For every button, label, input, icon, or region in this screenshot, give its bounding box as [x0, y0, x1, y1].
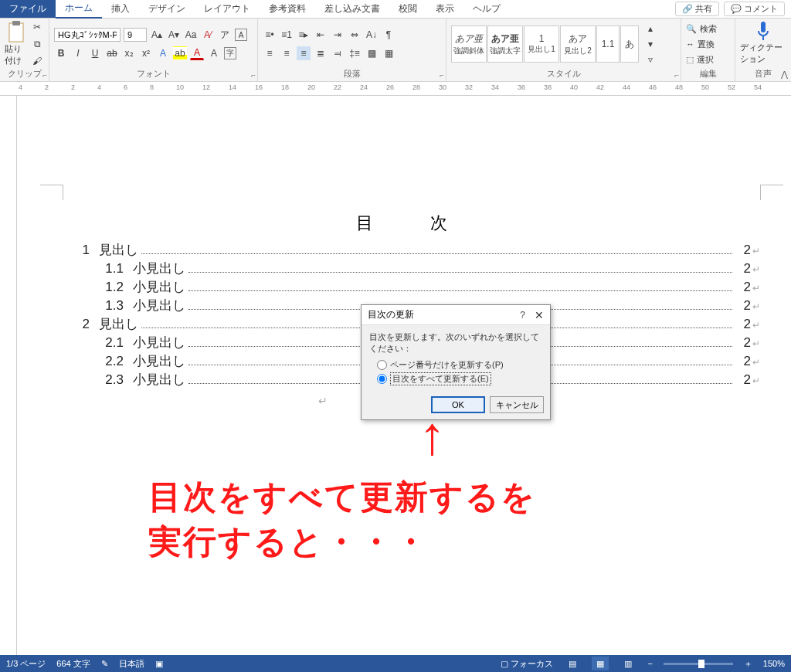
line-spacing-button[interactable]: ‡≡	[348, 46, 362, 60]
tab-review[interactable]: 校閲	[389, 0, 426, 18]
superscript-button[interactable]: x²	[139, 46, 153, 60]
status-language[interactable]: 日本語	[119, 658, 144, 670]
char-shading-button[interactable]: A	[207, 46, 221, 60]
shrink-font-button[interactable]: A▾	[167, 28, 181, 42]
style-heading1[interactable]: 1見出し1	[524, 25, 559, 63]
font-name-select[interactable]	[54, 28, 121, 42]
tab-file[interactable]: ファイル	[0, 0, 56, 18]
align-left-button[interactable]: ≡	[263, 46, 277, 60]
italic-button[interactable]: I	[71, 46, 85, 60]
indent-dec-button[interactable]: ⇤	[314, 28, 328, 42]
shading-button[interactable]: ▩	[365, 46, 379, 60]
dialog-help-icon[interactable]: ?	[520, 310, 525, 321]
text-effects-button[interactable]: A	[156, 46, 170, 60]
show-marks-button[interactable]: ¶	[382, 28, 396, 42]
borders-button[interactable]: ▦	[382, 46, 396, 60]
highlight-button[interactable]: ab	[173, 46, 187, 60]
font-size-select[interactable]	[124, 28, 147, 42]
cancel-button[interactable]: キャンセル	[490, 396, 544, 413]
tab-insert[interactable]: 挿入	[102, 0, 139, 18]
toc-entry[interactable]: 1.2小見出し2↵	[63, 278, 760, 296]
view-print-icon[interactable]: ▦	[592, 657, 609, 670]
zoom-slider[interactable]	[664, 663, 733, 665]
document-canvas[interactable]: 目 次 1見出し2↵1.1小見出し2↵1.2小見出し2↵1.3小見出し2↵2見出…	[17, 96, 791, 657]
status-words[interactable]: 664 文字	[56, 658, 90, 670]
sort-button[interactable]: A↓	[365, 28, 379, 42]
style-emphasis-bold[interactable]: あア亜強調太字	[487, 25, 523, 63]
phonetic-button[interactable]: ア	[218, 28, 232, 42]
opt-page-numbers[interactable]: ページ番号だけを更新する(P)	[377, 359, 542, 371]
clear-format-button[interactable]: A⁄	[201, 28, 215, 42]
view-web-icon[interactable]: ▥	[620, 657, 637, 670]
comment-button[interactable]: 💬 コメント	[724, 2, 785, 16]
dictation-button[interactable]: ディクテーション	[740, 20, 786, 65]
tab-design[interactable]: デザイン	[139, 0, 195, 18]
align-right-button[interactable]: ≡	[297, 46, 311, 60]
paragraph-launcher-icon[interactable]: ⌐	[440, 71, 444, 80]
char-border-button[interactable]: 字	[224, 47, 236, 59]
copy-button[interactable]: ⧉	[30, 37, 44, 51]
tab-home[interactable]: ホーム	[56, 0, 102, 19]
dialog-close-icon[interactable]: ✕	[535, 309, 544, 321]
status-accessibility-icon[interactable]: ▣	[155, 659, 163, 669]
tab-references[interactable]: 参考資料	[260, 0, 315, 18]
find-button[interactable]: 🔍検索	[686, 22, 717, 36]
select-button[interactable]: ⬚選択	[686, 53, 714, 66]
styles-launcher-icon[interactable]: ⌐	[674, 71, 679, 80]
bold-button[interactable]: B	[54, 46, 68, 60]
style-more[interactable]: あ	[620, 25, 639, 63]
replace-button[interactable]: ↔置換	[686, 37, 715, 51]
status-spellcheck-icon[interactable]: ✎	[101, 659, 108, 669]
font-launcher-icon[interactable]: ⌐	[251, 71, 256, 80]
style-heading1-num[interactable]: 1.1	[596, 25, 620, 63]
underline-button[interactable]: U	[88, 46, 102, 60]
align-dist-h-button[interactable]: ⇔	[348, 28, 362, 42]
tab-layout[interactable]: レイアウト	[195, 0, 260, 18]
ruler-vertical[interactable]	[0, 96, 17, 657]
style-emphasis-italic[interactable]: あア亜強調斜体	[451, 25, 487, 63]
radio-entire-toc[interactable]	[377, 374, 387, 384]
grow-font-button[interactable]: A▴	[150, 28, 164, 42]
zoom-level[interactable]: 150%	[763, 659, 785, 668]
align-center-button[interactable]: ≡	[280, 46, 294, 60]
workspace: 目 次 1見出し2↵1.1小見出し2↵1.2小見出し2↵1.3小見出し2↵2見出…	[0, 96, 791, 657]
clipboard-launcher-icon[interactable]: ⌐	[42, 71, 47, 80]
tab-view[interactable]: 表示	[426, 0, 463, 18]
toc-entry[interactable]: 1.1小見出し2↵	[63, 260, 760, 277]
tab-mailings[interactable]: 差し込み文書	[315, 0, 389, 18]
status-page[interactable]: 1/3 ページ	[6, 658, 46, 670]
subscript-button[interactable]: x₂	[122, 46, 136, 60]
cut-button[interactable]: ✂	[30, 20, 44, 34]
toc-entry[interactable]: 1見出し2↵	[63, 241, 760, 259]
tab-help[interactable]: ヘルプ	[463, 0, 510, 18]
bullets-button[interactable]: ≡•	[263, 28, 277, 42]
styles-scroll-up[interactable]: ▴	[643, 22, 657, 36]
styles-expand[interactable]: ▿	[643, 53, 657, 66]
multilevel-button[interactable]: ≡▸	[297, 28, 311, 42]
change-case-button[interactable]: Aa	[184, 28, 198, 42]
distribute-button[interactable]: ⫤	[331, 46, 345, 60]
status-focus[interactable]: ▢ フォーカス	[501, 658, 553, 670]
format-painter-button[interactable]: 🖌	[30, 54, 44, 68]
update-toc-dialog: 目次の更新 ? ✕ 目次を更新します。次のいずれかを選択してください： ページ番…	[361, 304, 551, 420]
indent-inc-button[interactable]: ⇥	[331, 28, 345, 42]
enclose-char-button[interactable]: A	[235, 29, 247, 41]
styles-gallery[interactable]: あア亜強調斜体 あア亜強調太字 1見出し1 あア見出し2 1.1 あ	[451, 25, 639, 63]
styles-scroll-down[interactable]: ▾	[643, 37, 657, 51]
view-read-icon[interactable]: ▤	[564, 657, 581, 670]
share-button[interactable]: 🔗 共有	[675, 2, 719, 16]
paste-button[interactable]: 貼り付け	[5, 20, 27, 66]
group-clipboard: 貼り付け ✂ ⧉ 🖌 クリップボード ⌐	[0, 19, 49, 81]
radio-page-numbers[interactable]	[377, 360, 387, 370]
zoom-in-button[interactable]: ＋	[744, 658, 752, 670]
collapse-ribbon-icon[interactable]: ⋀	[781, 70, 788, 80]
style-heading2[interactable]: あア見出し2	[560, 25, 596, 63]
justify-button[interactable]: ≣	[314, 46, 328, 60]
opt-entire-toc[interactable]: 目次をすべて更新する(E)	[377, 372, 542, 385]
tab-bar: ファイル ホーム 挿入 デザイン レイアウト 参考資料 差し込み文書 校閲 表示…	[0, 0, 791, 19]
zoom-out-button[interactable]: −	[647, 659, 652, 668]
numbering-button[interactable]: ≡1	[280, 28, 294, 42]
strike-button[interactable]: ab	[105, 46, 119, 60]
ruler-horizontal[interactable]: 4224681012141618202224262830323436384042…	[0, 82, 791, 96]
font-color-button[interactable]: A	[190, 46, 204, 60]
